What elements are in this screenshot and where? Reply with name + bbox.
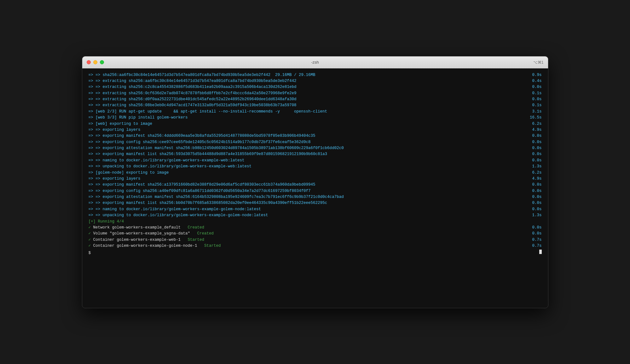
line-time: 0.1s xyxy=(529,90,542,96)
terminal-line: => => unpacking to docker.io/library/gol… xyxy=(89,164,542,170)
status-time: 0.0s xyxy=(529,225,542,231)
line-time: 6.2s xyxy=(529,170,542,176)
line-time: 0.0s xyxy=(529,133,542,139)
line-content: => [web] exporting to image xyxy=(89,121,523,127)
line-time: 6.2s xyxy=(529,121,542,127)
status-line: ✓ Volume "golem-workers-example_yagna-da… xyxy=(89,231,542,237)
line-time: 0.0s xyxy=(529,188,542,194)
terminal-line: => => exporting attestation manifest sha… xyxy=(89,145,542,151)
terminal-line: => => extracting sha256:08be3eb0c4d947ac… xyxy=(89,102,542,108)
terminal-line: => [web 3/3] RUN pip install golem-worke… xyxy=(89,115,542,121)
line-time: 1.3s xyxy=(529,212,542,218)
status-line: ✓ Network golem-workers-example_default … xyxy=(89,225,542,231)
line-time: 0.0s xyxy=(529,139,542,145)
line-time: 0.0s xyxy=(529,158,542,164)
terminal-line: => [web 2/3] RUN apt-get update && apt-g… xyxy=(89,109,542,115)
line-time: 4.9s xyxy=(529,127,542,133)
terminal-line: => [golem-node] exporting to image6.2s xyxy=(89,170,542,176)
line-content: => => exporting config sha256:cee97cee65… xyxy=(89,139,523,145)
status-line-content: ✓ Container golem-workers-example-golem-… xyxy=(89,243,523,249)
line-time: 16.5s xyxy=(529,115,542,121)
status-line-content: ✓ Volume "golem-workers-example_yagna-da… xyxy=(89,231,523,237)
terminal-line: => => exporting attestation manifest sha… xyxy=(89,194,542,200)
terminal-line: => => exporting layers4.9s xyxy=(89,176,542,182)
line-content: => => exporting config sha256:a40ef09dfc… xyxy=(89,188,523,194)
line-time: 0.0s xyxy=(529,182,542,188)
titlebar: -zsh ⌥⌘1 xyxy=(82,56,548,68)
close-button[interactable] xyxy=(87,60,91,64)
window-shortcut: ⌥⌘1 xyxy=(533,60,544,65)
line-time: 0.0s xyxy=(529,206,542,212)
terminal-line: => => exporting config sha256:a40ef09dfc… xyxy=(89,188,542,194)
line-content: => => exporting layers xyxy=(89,127,523,133)
line-content: => => naming to docker.io/library/golem-… xyxy=(89,206,523,212)
status-time: 0.0s xyxy=(529,231,542,237)
terminal-line: => => exporting manifest list sha256:593… xyxy=(89,151,542,157)
terminal-line: => => sha256:aa6fbc30c84e14e64571d3d7b54… xyxy=(89,72,542,78)
terminal-line: => => extracting sha256:d0f0aa25222731db… xyxy=(89,96,542,102)
line-content: => => exporting manifest list sha256:bb0… xyxy=(89,200,523,206)
line-content: => => naming to docker.io/library/golem-… xyxy=(89,158,523,164)
line-time: 0.4s xyxy=(529,78,542,84)
line-time: 0.0s xyxy=(529,200,542,206)
terminal-line: => => exporting manifest sha256:4dddd669… xyxy=(89,133,542,139)
minimize-button[interactable] xyxy=(93,60,97,64)
line-content: => => exporting manifest list sha256:593… xyxy=(89,151,523,157)
line-time: 0.0s xyxy=(529,194,542,200)
line-time: 1.3s xyxy=(529,164,542,170)
prompt-line: $ xyxy=(89,250,542,256)
status-line-content: ✓ Container golem-workers-example-web-1 … xyxy=(89,237,523,243)
terminal-line: => => exporting config sha256:cee97cee65… xyxy=(89,139,542,145)
traffic-lights xyxy=(87,60,104,64)
terminal-line: => => exporting layers4.9s xyxy=(89,127,542,133)
line-content: => => exporting manifest sha256:a1379516… xyxy=(89,182,523,188)
line-time: 0.0s xyxy=(529,145,542,151)
terminal-line: => => exporting manifest list sha256:bb0… xyxy=(89,200,542,206)
status-time: 0.7s xyxy=(529,237,542,243)
line-time: 0.9s xyxy=(529,72,542,78)
line-content: => [web 3/3] RUN pip install golem-worke… xyxy=(89,115,523,121)
status-time: 0.7s xyxy=(529,243,542,249)
terminal-line: => [web] exporting to image6.2s xyxy=(89,121,542,127)
line-time: 0.0s xyxy=(529,151,542,157)
terminal-line: => => unpacking to docker.io/library/gol… xyxy=(89,212,542,218)
window-title: -zsh xyxy=(311,60,319,65)
line-content: => => unpacking to docker.io/library/gol… xyxy=(89,212,523,218)
line-time: 4.9s xyxy=(529,176,542,182)
terminal-line: => => extracting sha256:0cf636d2e7adb074… xyxy=(89,90,542,96)
line-time: 0.1s xyxy=(529,102,542,108)
line-time: 0.0s xyxy=(529,96,542,102)
running-header-text: [+] Running 4/4 xyxy=(89,219,124,225)
line-time: 3.1s xyxy=(529,109,542,115)
terminal-line: => => extracting sha256:aa6fbc30c84e14e6… xyxy=(89,78,542,84)
line-content: => [web 2/3] RUN apt-get update && apt-g… xyxy=(89,109,523,115)
line-content: => => exporting layers xyxy=(89,176,523,182)
terminal-window: -zsh ⌥⌘1 => => sha256:aa6fbc30c84e14e645… xyxy=(82,56,548,308)
maximize-button[interactable] xyxy=(100,60,104,64)
line-content: => => extracting sha256:aa6fbc30c84e14e6… xyxy=(89,78,523,84)
line-content: => => extracting sha256:c2c8ca4554382886… xyxy=(89,84,523,90)
terminal-line: => => extracting sha256:c2c8ca4554382886… xyxy=(89,84,542,90)
cursor xyxy=(539,250,542,254)
line-content: => => exporting attestation manifest sha… xyxy=(89,145,523,151)
line-time: 0.0s xyxy=(529,84,542,90)
running-header: [+] Running 4/4 xyxy=(89,219,542,225)
terminal-line: => => exporting manifest sha256:a1379516… xyxy=(89,182,542,188)
line-content: => => extracting sha256:0cf636d2e7adb074… xyxy=(89,90,523,96)
line-content: => => extracting sha256:d0f0aa25222731db… xyxy=(89,96,523,102)
line-content: => => unpacking to docker.io/library/gol… xyxy=(89,164,523,170)
line-content: => => extracting sha256:08be3eb0c4d947ac… xyxy=(89,102,523,108)
terminal-line: => => naming to docker.io/library/golem-… xyxy=(89,158,542,164)
prompt-symbol: $ xyxy=(89,250,93,256)
line-content: => => sha256:aa6fbc30c84e14e64571d3d7b54… xyxy=(89,72,523,78)
line-content: => => exporting manifest sha256:4dddd669… xyxy=(89,133,523,139)
status-line-content: ✓ Network golem-workers-example_default … xyxy=(89,225,523,231)
status-line: ✓ Container golem-workers-example-golem-… xyxy=(89,243,542,249)
line-content: => => exporting attestation manifest sha… xyxy=(89,194,523,200)
terminal-body[interactable]: => => sha256:aa6fbc30c84e14e64571d3d7b54… xyxy=(82,68,548,308)
terminal-line: => => naming to docker.io/library/golem-… xyxy=(89,206,542,212)
status-line: ✓ Container golem-workers-example-web-1 … xyxy=(89,237,542,243)
line-content: => [golem-node] exporting to image xyxy=(89,170,523,176)
